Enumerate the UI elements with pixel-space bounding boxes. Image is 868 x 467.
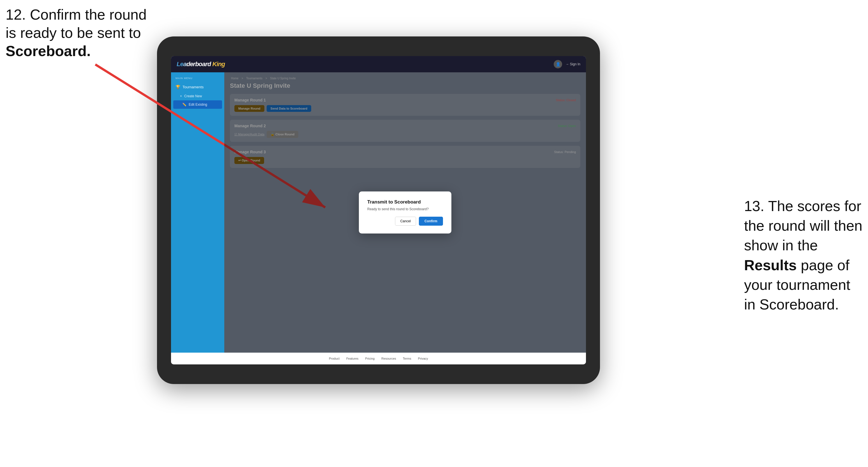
header-right: 👤 → Sign In <box>554 60 580 68</box>
footer-pricing[interactable]: Pricing <box>365 357 375 360</box>
annotation-line3-bold: Scoreboard. <box>6 43 91 59</box>
logo-text: Leaderboard King <box>177 61 225 68</box>
app-footer: Product Features Pricing Resources Terms… <box>171 353 586 365</box>
app-header: Leaderboard King 👤 → Sign In <box>171 56 586 72</box>
sidebar: MAIN MENU 🏆 Tournaments + Create New ✏️ … <box>171 72 224 353</box>
annotation-bottom: 13. The scores for the round will then s… <box>744 196 862 314</box>
modal-overlay: Transmit to Scoreboard Ready to send thi… <box>224 72 586 353</box>
footer-resources[interactable]: Resources <box>381 357 396 360</box>
edit-icon: ✏️ <box>182 102 186 106</box>
footer-terms[interactable]: Terms <box>403 357 411 360</box>
sidebar-edit-label: Edit Existing <box>189 102 207 106</box>
annotation-line2: is ready to be sent to <box>6 25 141 41</box>
logo-area: Leaderboard King <box>177 61 225 68</box>
footer-features[interactable]: Features <box>346 357 358 360</box>
sidebar-item-tournaments[interactable]: 🏆 Tournaments <box>171 82 224 92</box>
sign-in-button[interactable]: → Sign In <box>565 62 580 66</box>
sidebar-menu-label: MAIN MENU <box>171 77 224 82</box>
modal-dialog: Transmit to Scoreboard Ready to send thi… <box>359 191 452 234</box>
tablet-screen: Leaderboard King 👤 → Sign In MAIN MENU 🏆… <box>171 56 586 365</box>
modal-cancel-button[interactable]: Cancel <box>395 217 416 226</box>
sidebar-create-label: Create New <box>184 94 202 98</box>
sidebar-item-create-new[interactable]: + Create New <box>171 92 224 100</box>
modal-buttons: Cancel Confirm <box>367 217 443 226</box>
tablet-device: Leaderboard King 👤 → Sign In MAIN MENU 🏆… <box>157 36 600 384</box>
sidebar-tournaments-label: Tournaments <box>183 85 204 89</box>
footer-product[interactable]: Product <box>329 357 340 360</box>
sidebar-item-edit-existing[interactable]: ✏️ Edit Existing <box>173 100 222 109</box>
ann-results-bold: Results <box>744 257 797 273</box>
tournaments-icon: 🏆 <box>176 85 180 89</box>
create-icon: + <box>180 94 182 98</box>
content-area: MAIN MENU 🏆 Tournaments + Create New ✏️ … <box>171 72 586 353</box>
footer-privacy[interactable]: Privacy <box>418 357 428 360</box>
user-avatar: 👤 <box>554 60 562 68</box>
main-content: Home > Tournaments > State U Spring Invi… <box>224 72 586 353</box>
annotation-line1: 12. Confirm the round <box>6 6 147 23</box>
modal-title: Transmit to Scoreboard <box>367 199 443 205</box>
annotation-top: 12. Confirm the round is ready to be sen… <box>6 6 147 60</box>
ann-bottom-text: 13. The scores for the round will then s… <box>744 198 862 313</box>
modal-subtitle: Ready to send this round to Scoreboard? <box>367 207 443 211</box>
modal-confirm-button[interactable]: Confirm <box>419 217 443 226</box>
